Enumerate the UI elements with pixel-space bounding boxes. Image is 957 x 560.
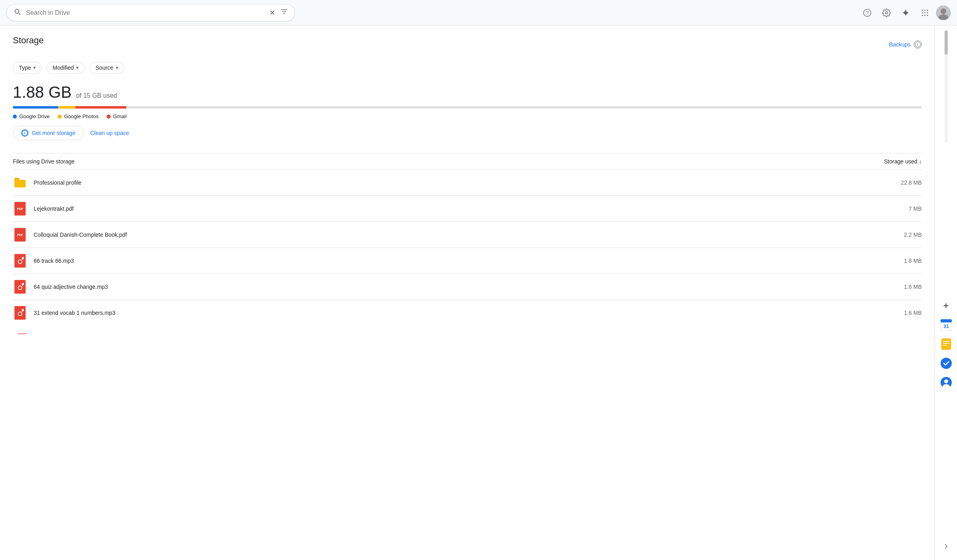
storage-used-sort-button[interactable]: Storage used ↓	[884, 158, 922, 165]
user-avatar[interactable]	[936, 6, 951, 20]
svg-point-8	[922, 15, 923, 16]
svg-rect-25	[943, 341, 949, 342]
legend-dot-gmail	[107, 115, 111, 119]
svg-rect-27	[943, 345, 947, 346]
file-size: 1.8 MB	[882, 258, 922, 264]
content-area: Storage Backups Type ▾ Modified	[0, 26, 935, 560]
backups-link[interactable]: Backups	[889, 41, 911, 48]
file-name: Professional profile	[34, 179, 882, 186]
svg-point-4	[927, 10, 928, 11]
search-filter-button[interactable]	[280, 8, 288, 18]
source-filter-label: Source	[95, 64, 113, 71]
table-row[interactable]: 31 extend vocab 1 numbers.mp3 1.6 MB	[13, 300, 922, 326]
help-button[interactable]: ?	[859, 5, 875, 21]
modified-filter-button[interactable]: Modified ▾	[46, 62, 85, 74]
search-box[interactable]: ✕	[6, 4, 295, 21]
file-name: 64 quiz adjective change.mp3	[34, 284, 882, 290]
svg-text:31: 31	[943, 324, 949, 329]
type-filter-button[interactable]: Type ▾	[13, 62, 42, 74]
svg-point-2	[922, 10, 923, 11]
svg-rect-26	[943, 343, 949, 344]
minus-icon[interactable]: —	[18, 329, 26, 338]
svg-point-19	[18, 286, 22, 290]
mp3-icon-shape	[14, 254, 26, 268]
file-size: 1.6 MB	[882, 284, 922, 290]
modified-filter-chevron: ▾	[76, 65, 79, 71]
settings-button[interactable]	[878, 5, 894, 21]
apps-button[interactable]	[917, 5, 933, 21]
main-layout: Storage Backups Type ▾ Modified	[0, 26, 957, 560]
table-row[interactable]: Professional profile 22.8 MB	[13, 169, 922, 195]
svg-point-30	[944, 379, 948, 383]
scrollbar	[945, 30, 948, 143]
source-filter-button[interactable]: Source ▾	[89, 62, 124, 74]
legend-drive: Google Drive	[13, 113, 50, 119]
file-name: 31 extend vocab 1 numbers.mp3	[34, 310, 882, 316]
legend-dot-drive	[13, 115, 17, 119]
page-header-row: Storage Backups	[13, 35, 922, 54]
pdf-icon: PDF	[13, 228, 27, 242]
table-row[interactable]: 66 track 66.mp3 1.8 MB	[13, 248, 922, 274]
progress-drive	[13, 106, 58, 109]
progress-gmail	[75, 106, 127, 109]
cleanup-button[interactable]: Clean up space	[90, 130, 129, 136]
search-icon	[13, 8, 21, 18]
get-storage-icon	[21, 129, 28, 137]
table-row[interactable]: 64 quiz adjective change.mp3 1.6 MB	[13, 274, 922, 300]
topbar-right: ?	[859, 5, 951, 21]
svg-point-18	[18, 260, 22, 264]
pdf-icon-shape: PDF	[14, 202, 26, 216]
type-filter-chevron: ▾	[33, 65, 36, 71]
mp3-icon	[13, 280, 27, 294]
svg-point-10	[927, 15, 928, 16]
folder-icon	[13, 175, 27, 190]
clear-search-button[interactable]: ✕	[269, 8, 275, 17]
pdf-icon-shape: PDF	[14, 228, 26, 242]
sort-arrow-icon: ↓	[919, 158, 922, 165]
legend-label-gmail: Gmail	[113, 113, 127, 119]
mp3-icon-shape	[14, 280, 26, 294]
file-size: 1.6 MB	[882, 310, 922, 316]
google-calendar-button[interactable]: 31	[938, 317, 954, 333]
type-filter-label: Type	[19, 64, 31, 71]
google-keep-button[interactable]	[938, 336, 954, 352]
storage-used-gb: 1.88 GB	[13, 83, 72, 101]
mp3-icon	[13, 306, 27, 320]
action-row: Get more storage Clean up space	[13, 126, 922, 140]
header-right: Backups	[889, 40, 922, 48]
filter-row: Type ▾ Modified ▾ Source ▾	[13, 62, 922, 74]
legend-gmail: Gmail	[107, 113, 127, 119]
right-sidebar: + 31	[935, 26, 957, 560]
info-icon[interactable]	[914, 40, 922, 48]
progress-track	[13, 106, 127, 109]
svg-point-7	[927, 12, 928, 13]
topbar: ✕ ?	[0, 0, 957, 26]
table-row[interactable]: PDF Lejekontrakt.pdf 7 MB	[13, 195, 922, 222]
storage-used-label: Storage used	[884, 158, 917, 165]
storage-amount: 1.88 GB of 15 GB used	[13, 83, 922, 101]
legend-label-drive: Google Drive	[19, 113, 50, 119]
legend-photos: Google Photos	[58, 113, 99, 119]
file-name: Lejekontrakt.pdf	[34, 205, 882, 212]
mp3-icon	[13, 254, 27, 268]
storage-of-text: of 15 GB used	[76, 92, 117, 99]
google-tasks-button[interactable]	[938, 355, 954, 371]
file-size: 22.8 MB	[882, 179, 922, 186]
legend-label-photos: Google Photos	[64, 113, 99, 119]
svg-point-6	[925, 12, 926, 13]
search-input[interactable]	[26, 9, 264, 16]
svg-point-31	[943, 384, 950, 389]
gemini-button[interactable]	[898, 5, 914, 21]
sidebar-expand-button[interactable]	[942, 542, 950, 555]
storage-legend: Google Drive Google Photos Gmail	[13, 113, 922, 119]
storage-progress-bar	[13, 106, 922, 109]
google-contacts-button[interactable]	[938, 375, 954, 391]
files-section: Files using Drive storage Storage used ↓…	[13, 153, 922, 326]
table-row[interactable]: PDF Colloquial Danish-Complete Book.pdf …	[13, 222, 922, 248]
svg-point-3	[925, 10, 926, 11]
add-button[interactable]: +	[938, 298, 954, 314]
pdf-icon: PDF	[13, 201, 27, 216]
modified-filter-label: Modified	[52, 64, 74, 71]
legend-dot-photos	[58, 115, 62, 119]
get-more-storage-button[interactable]: Get more storage	[13, 126, 84, 140]
